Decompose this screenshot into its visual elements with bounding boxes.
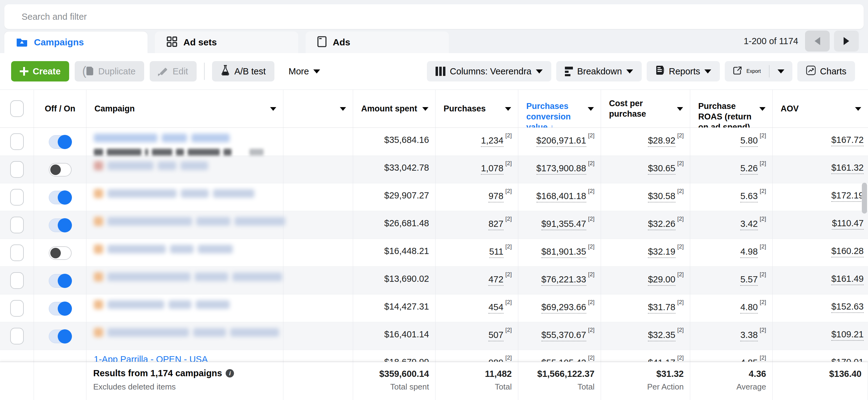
ab-test-button[interactable]: A/B test (212, 61, 274, 82)
columns-button[interactable]: Columns: Veerendra (427, 61, 551, 82)
chevron-down-icon[interactable] (505, 107, 511, 111)
purchases-value[interactable]: 507 (488, 330, 503, 341)
column-header-cost-per-purchase[interactable]: Cost per purchase (601, 98, 663, 119)
purchases-value[interactable]: 1,234 (481, 135, 503, 147)
cost-per-purchase-value[interactable]: $41.17 (648, 358, 675, 362)
chevron-down-icon[interactable] (340, 107, 346, 111)
roas-value[interactable]: 4.80 (740, 302, 757, 314)
tab-ads[interactable]: Ads (306, 31, 449, 53)
aov-value[interactable]: $110.47 (832, 218, 864, 229)
column-header-hidden[interactable] (283, 90, 353, 127)
conversion-value[interactable]: $206,971.61 (536, 135, 586, 147)
aov-value[interactable]: $160.28 (831, 246, 864, 257)
row-checkbox[interactable] (10, 328, 24, 344)
row-checkbox[interactable] (10, 161, 24, 178)
campaign-name-redacted[interactable] (94, 188, 254, 199)
roas-value[interactable]: 5.26 (740, 163, 757, 175)
tab-ad-sets[interactable]: Ad sets (155, 31, 298, 53)
aov-value[interactable]: $109.21 (831, 329, 864, 341)
cost-per-purchase-value[interactable]: $30.65 (648, 163, 675, 175)
edit-button[interactable]: Edit (150, 61, 197, 82)
conversion-value[interactable]: $69,293.66 (541, 302, 586, 314)
campaign-toggle[interactable] (49, 246, 72, 260)
purchases-value[interactable]: 454 (488, 302, 503, 314)
cost-per-purchase-value[interactable]: $28.92 (648, 135, 675, 147)
export-options-button[interactable] (770, 61, 793, 82)
purchases-value[interactable]: 989 (488, 358, 503, 362)
aov-value[interactable]: $172.19 (831, 190, 864, 202)
roas-value[interactable]: 5.63 (740, 191, 757, 203)
next-page-button[interactable] (834, 31, 859, 52)
purchases-value[interactable]: 978 (488, 191, 503, 203)
roas-value[interactable]: 5.57 (740, 274, 757, 286)
row-hover-actions-redacted[interactable] (94, 149, 283, 156)
roas-value[interactable]: 4.98 (740, 247, 757, 258)
duplicate-button[interactable]: ( Duplicate (75, 61, 144, 82)
conversion-value[interactable]: $76,221.33 (541, 274, 586, 286)
campaign-toggle[interactable] (49, 163, 72, 177)
tab-campaigns[interactable]: Campaigns (4, 31, 148, 53)
campaign-name-redacted[interactable] (94, 299, 230, 310)
campaign-link[interactable]: 1-App Parrilla - OPEN - USA (87, 350, 283, 362)
campaign-name-redacted[interactable] (94, 272, 282, 282)
column-header-purchases[interactable]: Purchases (436, 103, 486, 114)
purchases-value[interactable]: 1,078 (481, 163, 503, 175)
campaign-name-redacted[interactable] (94, 216, 285, 226)
campaign-toggle[interactable] (49, 218, 72, 232)
campaign-name-redacted[interactable] (94, 133, 230, 143)
row-checkbox[interactable] (10, 133, 24, 150)
search-input[interactable]: Search and filter (4, 4, 864, 29)
column-header-amount-spent[interactable]: Amount spent (353, 103, 417, 114)
row-checkbox[interactable] (10, 217, 24, 233)
more-button[interactable]: More (280, 61, 329, 82)
aov-value[interactable]: $161.32 (831, 163, 864, 174)
conversion-value[interactable]: $168,401.18 (536, 191, 586, 203)
prev-page-button[interactable] (805, 31, 830, 52)
roas-value[interactable]: 4.85 (740, 358, 757, 362)
aov-value[interactable]: $167.72 (831, 135, 864, 146)
conversion-value[interactable]: $55,370.67 (541, 330, 586, 341)
conversion-value[interactable]: $81,901.35 (541, 247, 586, 258)
roas-value[interactable]: 3.38 (740, 330, 757, 341)
chevron-down-icon[interactable] (270, 107, 276, 111)
campaign-toggle[interactable] (49, 302, 72, 315)
cost-per-purchase-value[interactable]: $32.19 (648, 247, 675, 258)
purchases-value[interactable]: 472 (488, 274, 503, 286)
campaign-toggle[interactable] (49, 330, 72, 343)
aov-value[interactable]: $161.49 (831, 274, 864, 285)
export-button[interactable]: Export (725, 61, 769, 82)
campaign-name-redacted[interactable] (94, 160, 208, 171)
aov-value[interactable]: $170.01 (831, 357, 864, 362)
reports-button[interactable]: Reports (647, 61, 720, 82)
charts-button[interactable]: Charts (797, 61, 855, 82)
row-checkbox[interactable] (10, 300, 24, 317)
column-header-aov[interactable]: AOV (773, 103, 799, 114)
info-icon[interactable]: i (226, 369, 234, 377)
breakdown-button[interactable]: Breakdown (556, 61, 642, 82)
cost-per-purchase-value[interactable]: $32.26 (648, 219, 675, 230)
chevron-down-icon[interactable] (855, 107, 861, 111)
roas-value[interactable]: 5.80 (740, 135, 757, 147)
cost-per-purchase-value[interactable]: $29.00 (648, 274, 675, 286)
row-checkbox[interactable] (10, 244, 24, 261)
roas-value[interactable]: 3.42 (740, 219, 757, 230)
vertical-scrollbar-thumb[interactable] (862, 183, 867, 214)
aov-value[interactable]: $152.63 (831, 302, 864, 313)
select-all-checkbox[interactable] (10, 100, 24, 117)
conversion-value[interactable]: $173,900.88 (536, 163, 586, 175)
conversion-value[interactable]: $55,105.42 (541, 358, 586, 362)
chevron-down-icon[interactable] (588, 107, 594, 111)
purchases-value[interactable]: 827 (488, 219, 503, 230)
cost-per-purchase-value[interactable]: $31.78 (648, 302, 675, 314)
column-header-purchase-roas[interactable]: Purchase ROAS (return on ad spend) (690, 90, 752, 127)
create-button[interactable]: Create (11, 61, 69, 82)
campaign-toggle[interactable] (49, 135, 72, 149)
column-header-campaign[interactable]: Campaign (87, 103, 135, 114)
campaign-toggle[interactable] (49, 274, 72, 288)
row-checkbox[interactable] (10, 189, 24, 206)
campaign-name-redacted[interactable] (94, 244, 233, 254)
chevron-down-icon[interactable] (422, 107, 429, 111)
campaign-name-redacted[interactable] (94, 327, 279, 338)
column-header-purchases-conversion-value[interactable]: Purchases conversion value ↓ (518, 90, 589, 127)
campaign-toggle[interactable] (49, 191, 72, 204)
